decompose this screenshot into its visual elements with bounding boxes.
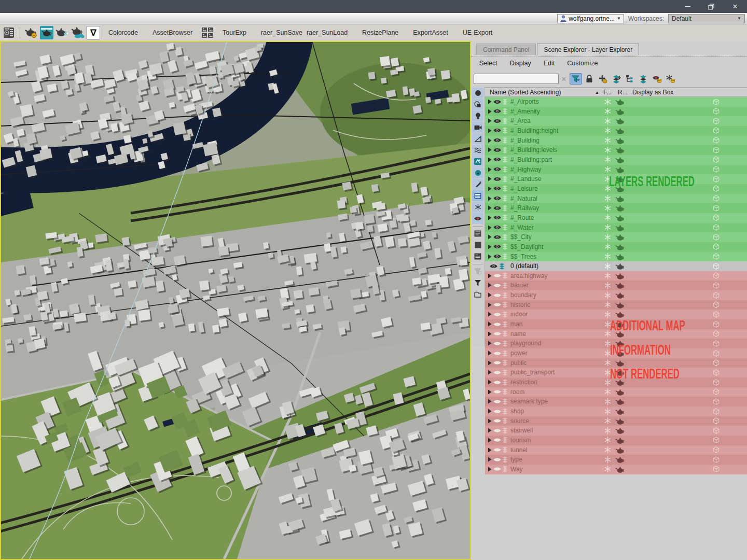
visibility-off-icon[interactable] [493, 389, 502, 395]
visibility-on-icon[interactable] [493, 118, 502, 124]
layer-row[interactable]: stairwell [485, 426, 747, 436]
layer-stack-icon[interactable] [502, 147, 508, 153]
layer-name[interactable]: #_Route [510, 214, 534, 221]
visibility-on-icon[interactable] [493, 205, 502, 211]
filter-funnel-icon[interactable] [472, 277, 483, 288]
layer-stack-icon[interactable] [502, 166, 508, 173]
collapse-layers-icon[interactable] [637, 73, 649, 85]
layer-name[interactable]: man [510, 320, 522, 328]
workspace-select[interactable]: Default ▼ [668, 14, 745, 23]
expand-arrow-icon[interactable] [487, 418, 492, 424]
visibility-on-icon[interactable] [493, 225, 502, 230]
render-cloud-teapot-icon[interactable] [71, 26, 85, 39]
layer-stack-icon[interactable] [502, 330, 508, 337]
display-snowflake-icon[interactable] [472, 202, 483, 213]
display-as-box-icon[interactable] [713, 234, 720, 241]
layer-name[interactable]: #_Railway [510, 204, 539, 212]
visibility-off-icon[interactable] [493, 360, 502, 366]
visibility-on-icon[interactable] [493, 99, 502, 105]
layer-name[interactable]: room [510, 388, 524, 396]
layer-stack-icon[interactable] [502, 427, 508, 434]
renderable-teapot-icon[interactable] [615, 254, 625, 260]
freeze-snowflake-icon[interactable] [604, 108, 611, 115]
layer-stack-icon[interactable] [502, 456, 508, 463]
expand-arrow-icon[interactable] [487, 380, 492, 385]
asset-browser-button[interactable]: AssetBrowser [146, 26, 199, 39]
visibility-off-icon[interactable] [493, 273, 502, 278]
visibility-off-icon[interactable] [493, 437, 502, 443]
layer-name[interactable]: tunnel [510, 446, 528, 454]
renderable-teapot-icon[interactable] [615, 398, 625, 405]
visibility-on-icon[interactable] [493, 108, 502, 114]
freeze-snowflake-icon[interactable] [604, 234, 611, 241]
expand-arrow-icon[interactable] [487, 370, 492, 375]
visibility-off-icon[interactable] [493, 457, 502, 463]
column-frozen[interactable]: F... [603, 89, 612, 96]
lock-cell-editing-icon[interactable] [583, 73, 596, 85]
layer-stack-icon[interactable] [499, 263, 505, 270]
renderable-teapot-icon[interactable] [615, 263, 625, 270]
layer-stack-icon[interactable] [502, 185, 508, 192]
layer-stack-icon[interactable] [502, 243, 508, 250]
sun-load-button[interactable]: raer_SunLoad [306, 26, 354, 39]
renderable-teapot-icon[interactable] [615, 108, 625, 115]
display-as-box-icon[interactable] [713, 118, 720, 124]
display-lights-icon[interactable] [472, 110, 483, 121]
layer-row[interactable]: historic [485, 300, 747, 310]
freeze-snowflake-icon[interactable] [604, 446, 611, 453]
menu-customize[interactable]: Customize [567, 60, 598, 67]
renderable-teapot-icon[interactable] [615, 137, 625, 144]
expand-arrow-icon[interactable] [487, 438, 492, 443]
layer-row[interactable]: $$_City [485, 232, 747, 242]
layer-stack-icon[interactable] [502, 321, 508, 328]
layer-stack-icon[interactable] [502, 379, 508, 386]
visibility-off-icon[interactable] [493, 370, 502, 375]
clear-search-icon[interactable]: ✕ [559, 75, 569, 83]
freeze-snowflake-icon[interactable] [604, 398, 611, 405]
renderable-teapot-icon[interactable] [615, 244, 625, 250]
display-shapes-icon[interactable] [472, 99, 483, 110]
detail-view-icon[interactable] [472, 251, 483, 262]
visibility-off-icon[interactable] [493, 341, 502, 346]
display-as-box-icon[interactable] [713, 321, 720, 328]
display-as-box-icon[interactable] [713, 166, 720, 173]
layer-stack-icon[interactable] [502, 466, 508, 472]
layer-name[interactable]: stairwell [510, 427, 533, 434]
layer-stack-icon[interactable] [502, 118, 508, 124]
renderable-teapot-icon[interactable] [615, 205, 625, 212]
layer-row[interactable]: #_Water [485, 223, 747, 233]
display-as-box-icon[interactable] [713, 292, 720, 299]
expand-arrow-icon[interactable] [487, 312, 492, 317]
asset-grid-icon[interactable] [201, 26, 214, 39]
rendered-frame-window-teapot-icon[interactable] [40, 26, 53, 39]
renderable-teapot-icon[interactable] [615, 225, 625, 231]
layer-name[interactable]: type [510, 456, 522, 463]
freeze-snowflake-icon[interactable] [604, 118, 611, 124]
display-as-box-icon[interactable] [713, 205, 720, 212]
freeze-category-icon[interactable] [664, 73, 676, 85]
visibility-off-icon[interactable] [493, 292, 502, 298]
expand-arrow-icon[interactable] [487, 254, 492, 259]
display-bones-icon[interactable] [472, 167, 483, 178]
expand-arrow-icon[interactable] [487, 292, 492, 298]
layer-stack-icon[interactable] [502, 446, 508, 453]
expand-arrow-icon[interactable] [487, 331, 492, 337]
layer-row[interactable]: #_Building:part [485, 155, 747, 165]
layer-row[interactable]: #_Area [485, 116, 747, 126]
layer-stack-icon[interactable] [502, 224, 508, 231]
display-as-box-icon[interactable] [713, 243, 720, 250]
display-as-box-icon[interactable] [713, 137, 720, 144]
expand-arrow-icon[interactable] [487, 186, 492, 191]
visibility-on-icon[interactable] [493, 215, 502, 220]
expand-arrow-icon[interactable] [487, 457, 492, 462]
layer-stack-icon[interactable] [502, 301, 508, 308]
user-account-menu[interactable]: wolfgang.ortne... ▼ [557, 14, 624, 23]
layer-stack-icon[interactable] [502, 340, 508, 347]
display-as-box-icon[interactable] [713, 99, 720, 105]
layer-name[interactable]: #_Amenity [510, 108, 540, 115]
layer-name[interactable]: #_Natural [510, 195, 537, 202]
display-as-box-icon[interactable] [713, 127, 720, 134]
freeze-snowflake-icon[interactable] [604, 466, 611, 472]
renderable-teapot-icon[interactable] [615, 292, 625, 299]
display-as-box-icon[interactable] [713, 195, 720, 202]
